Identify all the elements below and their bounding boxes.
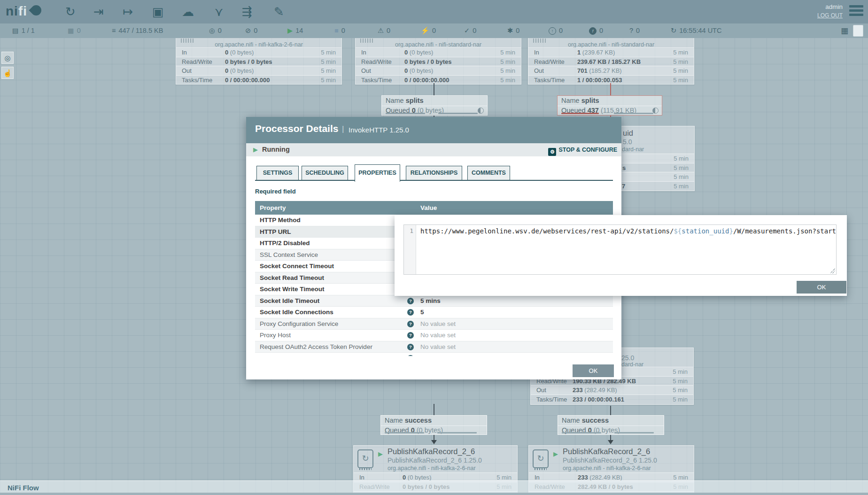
el-close-brace: } — [729, 227, 733, 235]
locally-modified-and-stale-status: !0 — [589, 23, 603, 38]
up-to-date-status: ✓0 — [464, 23, 476, 38]
connection-line-backpressure — [610, 83, 611, 95]
help-icon[interactable]: ? — [407, 332, 414, 339]
percent-full-icon — [478, 108, 484, 114]
processor-bundle: org.apache.nifi - nifi-standard-nar — [528, 41, 694, 48]
sync-failure-icon: ? — [629, 27, 633, 34]
help-icon[interactable]: ? — [407, 344, 414, 350]
processor-palette-icon[interactable]: ↻ — [60, 4, 81, 20]
operate-palette-button[interactable]: ☝ — [1, 67, 14, 79]
refresh-icon: ↻ — [671, 27, 676, 34]
value-editor-popup: 1 https://www.pegelonline.wsv.de/webserv… — [395, 215, 847, 296]
dialog-header: Processor Details | InvokeHTTP 1.25.0 — [246, 117, 621, 143]
processor-icon: ↻ — [357, 449, 373, 468]
connection-label-success-left[interactable]: Name success Queued 0 (0 bytes) — [380, 415, 487, 435]
stat-row: In 1 (239.67 KB) 5 min — [528, 47, 694, 57]
current-user: admin — [825, 3, 843, 10]
dialog-subtitle: InvokeHTTP 1.25.0 — [349, 126, 409, 134]
flow-status-bar: ▤1 / 1 ▦0 ≡447 / 118.5 KB ◎0 ⊘0 ▶14 ■0 ⚠… — [0, 23, 868, 38]
stat-row: In 0 (0 bytes) 5 min — [356, 47, 521, 57]
tab-properties[interactable]: PROPERTIES — [355, 164, 400, 182]
threads-status: ▦0 — [68, 23, 81, 38]
connection-label-success-right[interactable]: Name success Queued 0 (0 bytes) — [558, 415, 664, 435]
property-row-socket-idle-connections[interactable]: Socket Idle Connections?5 — [255, 307, 613, 318]
funnel-palette-icon[interactable]: ⋎ — [209, 4, 229, 20]
navigate-palette-button[interactable]: ◎ — [1, 52, 14, 64]
resize-handle-icon[interactable] — [830, 269, 835, 273]
stale-icon: ↑ — [549, 27, 556, 35]
nifi-drop-icon — [29, 3, 43, 17]
line-number-gutter: 1 — [404, 225, 416, 274]
table-header: Property Value — [255, 201, 613, 215]
help-icon[interactable]: ? — [407, 309, 414, 316]
queued-icon: ≡ — [112, 27, 116, 34]
tab-relationships[interactable]: RELATIONSHIPS — [406, 166, 462, 180]
stat-row: Tasks/Time 0 / 00:00:00.000 5 min — [176, 75, 341, 85]
disabled-icon: ⚡ — [421, 27, 429, 34]
dialog-tabs: SETTINGS SCHEDULING PROPERTIES RELATIONS… — [255, 164, 613, 182]
template-palette-icon[interactable]: ⇶ — [237, 4, 257, 20]
input-port-palette-icon[interactable]: ⇥ — [88, 4, 109, 20]
arrowhead-icon — [608, 440, 613, 444]
property-row-socket-idle-timeout[interactable]: Socket Idle Timeout?5 mins — [255, 295, 613, 307]
expression-editor[interactable]: 1 https://www.pegelonline.wsv.de/webserv… — [403, 224, 837, 275]
running-status: ▶14 — [287, 23, 303, 38]
stop-and-configure-button[interactable]: ⚙STOP & CONFIGURE — [548, 145, 617, 155]
stat-row: In 0 (0 bytes) 5 min — [176, 47, 341, 57]
not-transmitting-icon: ⊘ — [245, 27, 251, 34]
grid-icon[interactable]: ▦ — [841, 23, 848, 38]
transmitting-icon: ◎ — [209, 27, 215, 34]
processor-icon: ↻ — [533, 449, 549, 468]
stopped-status: ■0 — [334, 23, 345, 38]
stat-row: Tasks/Time 0 / 00:00:00.000 5 min — [356, 75, 521, 85]
threads-icon: ▦ — [68, 27, 74, 34]
nifi-app: org.apache.nifi - nifi-kafka-2-6-nar In … — [0, 0, 868, 495]
remote-process-group-palette-icon[interactable]: ☁ — [178, 4, 198, 20]
stat-row: Tasks/Time 1 / 00:00:00.053 5 min — [528, 75, 694, 85]
cluster-status: ▤1 / 1 — [12, 23, 35, 38]
stat-row: Out 0 (0 bytes) 5 min — [356, 66, 521, 76]
app-header: nifi ↻ ⇥ ↦ ▣ ☁ ⋎ ⇶ ✎ admin LOG OUT — [0, 0, 868, 23]
connection-line — [434, 404, 434, 415]
editor-code-line[interactable]: https://www.pegelonline.wsv.de/webservic… — [417, 225, 836, 274]
process-group-palette-icon[interactable]: ▣ — [147, 4, 168, 20]
disabled-status: ⚡0 — [421, 23, 436, 38]
locally-modified-status: ✱0 — [507, 23, 519, 38]
tab-settings[interactable]: SETTINGS — [256, 166, 299, 180]
stale-status: ↑0 — [549, 23, 563, 38]
tab-scheduling[interactable]: SCHEDULING — [302, 166, 348, 180]
up-to-date-icon: ✓ — [464, 27, 470, 34]
help-icon[interactable]: ? — [407, 355, 414, 356]
help-icon[interactable]: ? — [407, 298, 414, 304]
label-palette-icon[interactable]: ✎ — [269, 4, 289, 20]
connection-label-splits-left[interactable]: Name splits Queued 0 (0 bytes) — [381, 95, 488, 116]
invalid-status: ⚠0 — [378, 23, 390, 38]
stopped-icon: ■ — [334, 27, 339, 34]
transmitting-status: ◎0 — [209, 23, 222, 38]
global-menu-button[interactable] — [849, 5, 863, 18]
property-row-request-oauth2-provider[interactable]: Request OAuth2 Access Token Provider?No … — [255, 341, 613, 353]
tab-comments[interactable]: COMMENTS — [467, 166, 510, 180]
dialog-status-row: ▶ Running ⚙STOP & CONFIGURE — [246, 143, 621, 156]
editor-ok-button[interactable]: OK — [797, 281, 846, 294]
panel-toggle-icon[interactable] — [853, 25, 863, 37]
property-row-proxy-host[interactable]: Proxy Host?No value set — [255, 330, 613, 341]
connection-line — [434, 83, 434, 95]
connection-line — [610, 406, 611, 415]
navigate-icon: ◎ — [4, 54, 10, 62]
dialog-ok-button[interactable]: OK — [573, 364, 614, 377]
output-port-palette-icon[interactable]: ↦ — [117, 4, 138, 20]
breadcrumb[interactable]: NiFi Flow — [8, 484, 39, 492]
queued-status: ≡447 / 118.5 KB — [112, 23, 163, 38]
locally-modified-icon: ✱ — [507, 27, 513, 34]
property-row-clipped[interactable]: Request Username?No value set — [255, 353, 613, 356]
tab-underline — [255, 180, 613, 181]
property-row-proxy-configuration-service[interactable]: Proxy Configuration Service?No value set — [255, 318, 613, 330]
help-icon[interactable]: ? — [407, 321, 414, 327]
last-refresh[interactable]: ↻16:55:44 UTC — [671, 23, 721, 38]
hand-icon: ☝ — [3, 69, 12, 77]
run-state-label: Running — [262, 146, 290, 153]
running-icon: ▶ — [378, 450, 383, 457]
logout-link[interactable]: LOG OUT — [817, 12, 843, 19]
connection-label-splits-right[interactable]: Name splits Queued 437 (115.91 KB) — [557, 95, 662, 116]
